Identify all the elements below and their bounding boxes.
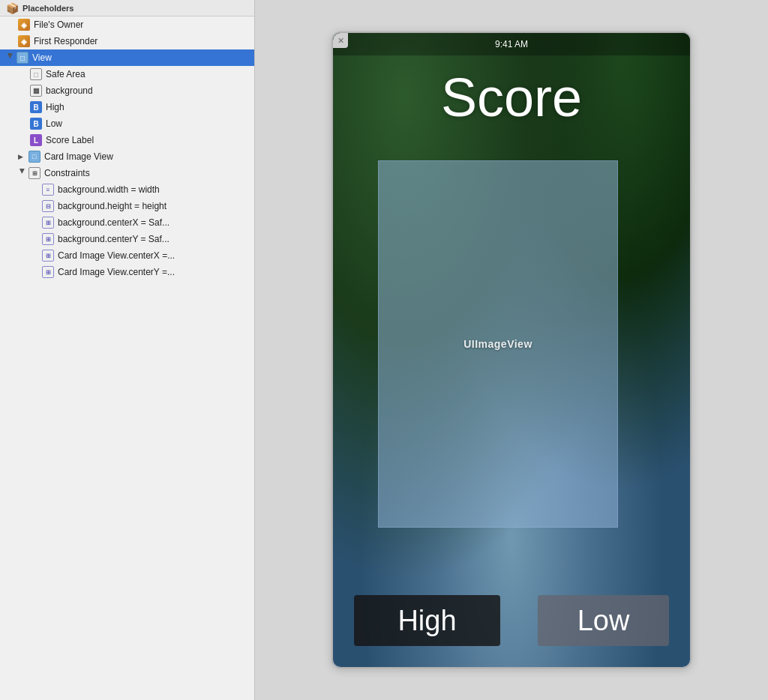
sidebar-item-bg-centery[interactable]: ⊞ background.centerY = Saf... xyxy=(0,231,254,247)
view-icon: □ xyxy=(16,52,28,64)
left-panel: 📦 Placeholders ◈ File's Owner ◈ First Re… xyxy=(0,0,255,700)
card-centerx-label: Card Image View.centerX =... xyxy=(58,250,175,261)
sidebar-item-score-label[interactable]: L Score Label xyxy=(0,132,254,148)
score-label: Score xyxy=(333,67,690,128)
card-chevron: ▶ xyxy=(18,153,27,160)
constraint-cy-icon: ⊞ xyxy=(42,233,54,245)
sidebar-item-first-responder[interactable]: ◈ First Responder xyxy=(0,33,254,49)
first-responder-label: First Responder xyxy=(34,36,98,46)
sidebar-item-constraints[interactable]: ▶ ⊞ Constraints xyxy=(0,165,254,181)
constraint-h-icon: ⊟ xyxy=(42,200,54,212)
card-image-view: UIImageView xyxy=(378,160,618,528)
constraint-w-icon: ≡ xyxy=(42,184,54,196)
constraint-card-cx-icon: ⊞ xyxy=(42,250,54,262)
sidebar-item-card-centerx[interactable]: ⊞ Card Image View.centerX =... xyxy=(0,247,254,264)
status-bar: 9:41 AM xyxy=(333,33,690,55)
right-panel: ✕ 9:41 AM Score UIImageView High Low xyxy=(255,0,768,700)
safe-area-icon: □ xyxy=(30,68,42,80)
frame-close-button[interactable]: ✕ xyxy=(333,33,348,48)
sidebar-item-bg-width[interactable]: ≡ background.width = width xyxy=(0,181,254,198)
sidebar-item-files-owner[interactable]: ◈ File's Owner xyxy=(0,16,254,33)
score-label-label: Score Label xyxy=(46,135,94,145)
high-button-label: High xyxy=(398,605,456,637)
card-image-label: UIImageView xyxy=(464,338,532,350)
safe-area-label: Safe Area xyxy=(46,69,86,79)
background-icon: ▦ xyxy=(30,85,42,97)
bg-centerx-label: background.centerX = Saf... xyxy=(58,217,170,228)
close-icon: ✕ xyxy=(338,36,344,46)
sidebar-item-high[interactable]: B High xyxy=(0,99,254,115)
constraints-label: Constraints xyxy=(44,168,90,178)
constraints-chevron: ▶ xyxy=(19,169,26,178)
sidebar-item-view[interactable]: ▶ □ View xyxy=(0,49,254,66)
sidebar-item-bg-centerx[interactable]: ⊞ background.centerX = Saf... xyxy=(0,214,254,231)
sidebar-item-safe-area[interactable]: □ Safe Area xyxy=(0,66,254,82)
bg-height-label: background.height = height xyxy=(58,201,166,211)
placeholders-icon: 📦 xyxy=(6,2,19,14)
constraint-cx-icon: ⊞ xyxy=(42,217,54,229)
score-text: Score xyxy=(441,67,582,127)
sidebar-item-background[interactable]: ▦ background xyxy=(0,82,254,99)
background-label: background xyxy=(46,85,93,96)
sidebar-item-low[interactable]: B Low xyxy=(0,115,254,132)
card-view-icon: □ xyxy=(28,151,40,163)
view-chevron: ▶ xyxy=(7,53,14,62)
constraint-card-cy-icon: ⊞ xyxy=(42,266,54,278)
high-label: High xyxy=(46,102,64,112)
sidebar-item-bg-height[interactable]: ⊟ background.height = height xyxy=(0,198,254,214)
placeholders-title: Placeholders xyxy=(22,4,74,13)
cube-icon: ◈ xyxy=(18,19,30,31)
low-b-icon: B xyxy=(30,118,42,130)
bg-width-label: background.width = width xyxy=(58,184,160,195)
sidebar-item-card-image-view[interactable]: ▶ □ Card Image View xyxy=(0,148,254,165)
view-label: View xyxy=(32,52,52,63)
low-button-label: Low xyxy=(578,605,630,637)
cube-icon-2: ◈ xyxy=(18,35,30,47)
high-b-icon: B xyxy=(30,101,42,113)
score-l-icon: L xyxy=(30,134,42,146)
sidebar-item-card-centery[interactable]: ⊞ Card Image View.centerY =... xyxy=(0,264,254,280)
low-button[interactable]: Low xyxy=(538,595,669,646)
bg-centery-label: background.centerY = Saf... xyxy=(58,234,170,244)
files-owner-label: File's Owner xyxy=(34,19,83,30)
card-image-view-label: Card Image View xyxy=(44,151,113,162)
iphone-frame: ✕ 9:41 AM Score UIImageView High Low xyxy=(332,31,692,669)
constraints-icon: ⊞ xyxy=(28,167,40,179)
card-centery-label: Card Image View.centerY =... xyxy=(58,267,175,277)
placeholders-header: 📦 Placeholders xyxy=(0,0,254,16)
low-label: Low xyxy=(46,118,62,129)
status-time: 9:41 AM xyxy=(495,39,528,49)
high-button[interactable]: High xyxy=(354,595,500,646)
